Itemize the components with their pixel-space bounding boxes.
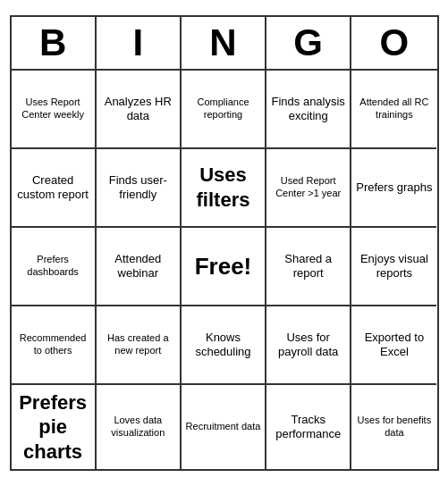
bingo-cell-0: Uses Report Center weekly [12, 71, 97, 149]
bingo-cell-16: Has created a new report [97, 306, 182, 385]
bingo-cell-8: Used Report Center >1 year [266, 149, 351, 228]
bingo-cell-12: Free! [182, 228, 266, 306]
bingo-cell-11: Attended webinar [97, 228, 182, 306]
bingo-cell-21: Loves data visualization [97, 385, 182, 470]
bingo-cell-22: Recruitment data [182, 385, 266, 470]
bingo-letter-g: G [266, 17, 351, 69]
bingo-cell-13: Shared a report [266, 228, 351, 306]
bingo-cell-17: Knows scheduling [182, 306, 266, 385]
bingo-cell-4: Attended all RC trainings [351, 71, 436, 149]
bingo-letter-n: N [182, 17, 266, 69]
bingo-grid: Uses Report Center weeklyAnalyzes HR dat… [12, 71, 437, 470]
bingo-cell-5: Created custom report [12, 149, 97, 228]
bingo-letter-o: O [351, 17, 436, 69]
bingo-cell-10: Prefers dashboards [12, 228, 97, 306]
bingo-cell-1: Analyzes HR data [97, 71, 182, 149]
bingo-cell-23: Tracks performance [266, 385, 351, 470]
bingo-cell-7: Uses filters [182, 149, 266, 228]
bingo-cell-9: Prefers graphs [351, 149, 436, 228]
bingo-cell-14: Enjoys visual reports [351, 228, 436, 306]
bingo-cell-24: Uses for benefits data [351, 385, 436, 470]
bingo-cell-6: Finds user-friendly [97, 149, 182, 228]
bingo-letter-b: B [12, 17, 97, 69]
bingo-header: BINGO [12, 17, 437, 71]
bingo-cell-20: Prefers pie charts [12, 385, 97, 470]
bingo-cell-2: Compliance reporting [182, 71, 266, 149]
bingo-cell-3: Finds analysis exciting [266, 71, 351, 149]
bingo-cell-19: Exported to Excel [351, 306, 436, 385]
bingo-card: BINGO Uses Report Center weeklyAnalyzes … [10, 15, 439, 472]
bingo-cell-15: Recommended to others [12, 306, 97, 385]
bingo-cell-18: Uses for payroll data [266, 306, 351, 385]
bingo-letter-i: I [97, 17, 182, 69]
